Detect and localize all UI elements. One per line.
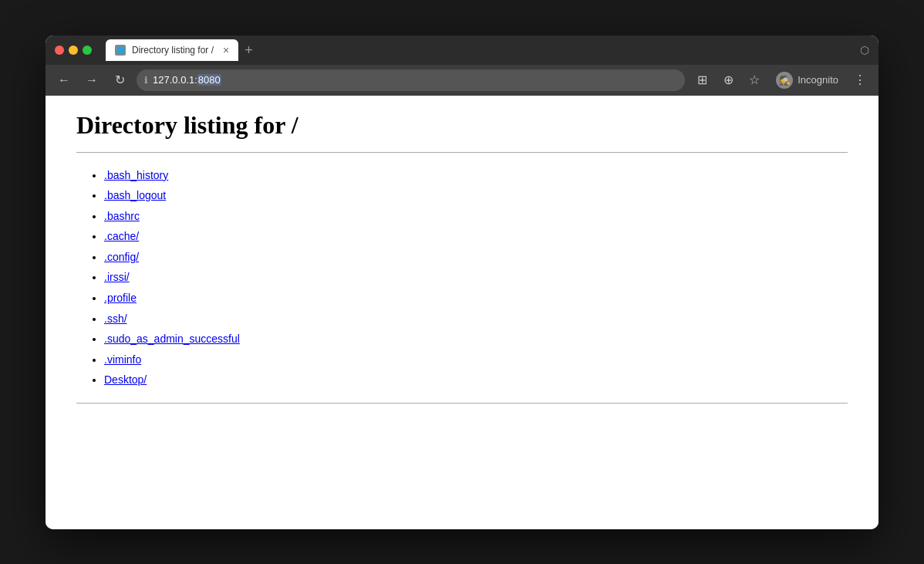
file-link[interactable]: .config/	[104, 251, 139, 263]
maximize-button[interactable]	[83, 46, 92, 55]
forward-button[interactable]: →	[81, 69, 103, 91]
title-bar: 🌐 Directory listing for / × + ⬡	[46, 35, 878, 65]
menu-button[interactable]: ⋮	[849, 69, 871, 91]
file-link[interactable]: .viminfo	[104, 353, 141, 366]
list-item: .bashrc	[104, 206, 848, 227]
tab-title: Directory listing for /	[132, 45, 214, 56]
incognito-button[interactable]: 🕵 Incognito	[770, 69, 845, 92]
bottom-divider	[76, 403, 848, 404]
file-link[interactable]: .ssh/	[104, 312, 127, 325]
top-divider	[76, 152, 848, 153]
minimize-button[interactable]	[69, 46, 78, 55]
address-base: 127.0.0.1:	[153, 74, 197, 86]
list-item: .viminfo	[104, 350, 848, 370]
list-item: Desktop/	[104, 370, 848, 390]
list-item: .sudo_as_admin_successful	[104, 329, 848, 350]
lock-icon: ℹ	[144, 75, 148, 86]
file-link[interactable]: .profile	[104, 292, 137, 304]
list-item: .bash_logout	[104, 185, 848, 206]
file-link[interactable]: .bashrc	[104, 210, 140, 222]
address-text: 127.0.0.1:8080	[153, 74, 221, 86]
file-link[interactable]: .irssi/	[104, 271, 130, 283]
list-item: .profile	[104, 288, 848, 309]
close-button[interactable]	[55, 46, 64, 55]
file-link[interactable]: .bash_logout	[104, 189, 166, 201]
address-bar[interactable]: ℹ 127.0.0.1:8080	[137, 69, 685, 91]
page-content: Directory listing for / .bash_history.ba…	[46, 96, 878, 529]
traffic-lights	[55, 46, 92, 55]
list-item: .cache/	[104, 226, 848, 247]
active-tab[interactable]: 🌐 Directory listing for / ×	[106, 39, 238, 61]
list-item: .config/	[104, 247, 848, 268]
reload-button[interactable]: ↻	[109, 69, 130, 91]
zoom-icon[interactable]: ⊕	[717, 69, 739, 91]
nav-bar: ← → ↻ ℹ 127.0.0.1:8080 ⊞ ⊕ ☆ 🕵 Incognito…	[46, 65, 878, 96]
window-extension-icon: ⬡	[860, 44, 869, 56]
incognito-label: Incognito	[798, 74, 838, 86]
file-link[interactable]: Desktop/	[104, 373, 147, 386]
list-item: .irssi/	[104, 267, 848, 288]
back-button[interactable]: ←	[53, 69, 75, 91]
tab-bar: 🌐 Directory listing for / × +	[106, 39, 854, 61]
grid-view-icon[interactable]: ⊞	[691, 69, 713, 91]
new-tab-button[interactable]: +	[238, 43, 259, 57]
nav-icons-right: ⊞ ⊕ ☆ 🕵 Incognito ⋮	[691, 69, 871, 92]
tab-favicon: 🌐	[115, 45, 126, 56]
address-port: 8080	[197, 74, 221, 86]
incognito-avatar: 🕵	[776, 72, 793, 89]
tab-close-icon[interactable]: ×	[223, 45, 229, 56]
list-item: .ssh/	[104, 309, 848, 329]
browser-window: 🌐 Directory listing for / × + ⬡ ← → ↻ ℹ …	[46, 35, 878, 529]
file-link[interactable]: .bash_history	[104, 169, 168, 181]
list-item: .bash_history	[104, 165, 848, 186]
file-link[interactable]: .sudo_as_admin_successful	[104, 333, 240, 345]
file-list: .bash_history.bash_logout.bashrc.cache/.…	[76, 165, 848, 391]
bookmark-icon[interactable]: ☆	[744, 69, 765, 91]
file-link[interactable]: .cache/	[104, 230, 139, 242]
page-title: Directory listing for /	[76, 111, 848, 140]
